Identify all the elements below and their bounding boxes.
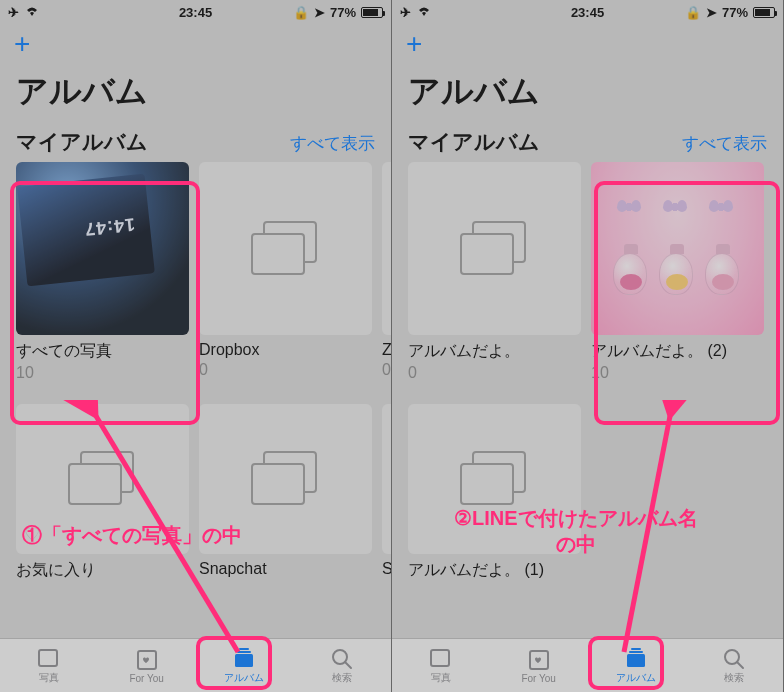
airplane-icon: ✈ [8, 5, 19, 20]
album-name: アルバムだよ。 (2) [591, 335, 764, 362]
tab-label: 写真 [431, 671, 451, 685]
battery-pct: 77% [722, 5, 748, 20]
wifi-icon [24, 5, 40, 20]
tab-label: アルバム [616, 671, 656, 685]
svg-line-16 [737, 662, 743, 668]
album-name: アルバムだよ。 (1) [408, 554, 581, 581]
status-bar: ✈ 23:45 🔒 ➤ 77% [392, 0, 783, 24]
album-name: すべての写真 [16, 335, 189, 362]
stack-icon [251, 221, 321, 277]
tab-for-you[interactable]: For You [490, 639, 588, 692]
tab-search[interactable]: 検索 [293, 639, 391, 692]
phone-right: ✈ 23:45 🔒 ➤ 77% + アルバム マイアルバム すべて表示 アルバム… [392, 0, 784, 692]
section-header: マイアルバム すべて表示 [0, 128, 391, 162]
album-cutoff[interactable]: Z 0 [382, 162, 392, 382]
tabbar: 写真 For You アルバム 検索 [0, 638, 391, 692]
album-thumb [16, 162, 189, 335]
tab-search[interactable]: 検索 [685, 639, 783, 692]
annotation-text-2: ②LINEで付けたアルバム名 の中 [454, 505, 698, 557]
album-dropbox[interactable]: Dropbox 0 [199, 162, 372, 382]
svg-rect-13 [629, 651, 643, 653]
photos-icon [36, 646, 62, 670]
stack-icon [251, 451, 321, 507]
album-thumb [591, 162, 764, 335]
tab-photos[interactable]: 写真 [392, 639, 490, 692]
for-you-icon [526, 648, 552, 672]
for-you-icon [134, 648, 160, 672]
search-icon [329, 646, 355, 670]
albums-icon [623, 646, 649, 670]
stack-icon [460, 221, 530, 277]
album-snapchat[interactable]: Snapchat [199, 404, 372, 581]
albums-row-1: すべての写真 10 Dropbox 0 Z 0 [0, 162, 391, 382]
album-name: アルバムだよ。 [408, 335, 581, 362]
svg-rect-4 [235, 654, 253, 667]
album-thumb [382, 404, 392, 554]
section-title: マイアルバム [408, 128, 540, 156]
album-count: 0 [382, 359, 392, 379]
status-time: 23:45 [571, 5, 604, 20]
airplane-icon: ✈ [400, 5, 411, 20]
tab-label: 検索 [332, 671, 352, 685]
page-title: アルバム [392, 62, 783, 128]
search-icon [721, 646, 747, 670]
battery-icon [361, 7, 383, 18]
battery-icon [753, 7, 775, 18]
location-icon: ➤ [314, 5, 325, 20]
album-favorites[interactable]: ♡ お気に入り [16, 404, 189, 581]
status-time: 23:45 [179, 5, 212, 20]
stack-icon [68, 451, 138, 507]
album-cutoff[interactable]: S [382, 404, 392, 581]
album-all-photos[interactable]: すべての写真 10 [16, 162, 189, 382]
svg-rect-10 [431, 650, 449, 666]
section-header: マイアルバム すべて表示 [392, 128, 783, 162]
albums-row-2: ♡ お気に入り Snapchat S [0, 404, 391, 581]
tab-label: For You [521, 673, 555, 684]
svg-rect-14 [631, 648, 641, 650]
battery-pct: 77% [330, 5, 356, 20]
album-name: S [382, 554, 392, 578]
add-button[interactable]: + [14, 28, 30, 59]
album-thumb [199, 162, 372, 335]
tab-for-you[interactable]: For You [98, 639, 196, 692]
status-bar: ✈ 23:45 🔒 ➤ 77% [0, 0, 391, 24]
stack-icon [460, 451, 530, 507]
section-title: マイアルバム [16, 128, 148, 156]
tab-label: アルバム [224, 671, 264, 685]
tab-label: For You [129, 673, 163, 684]
location-icon: ➤ [706, 5, 717, 20]
photos-icon [428, 646, 454, 670]
tab-albums[interactable]: アルバム [588, 639, 686, 692]
phone-left: ✈ 23:45 🔒 ➤ 77% + アルバム マイアルバム すべて表示 すべての… [0, 0, 392, 692]
album-count: 10 [16, 362, 189, 382]
svg-rect-12 [627, 654, 645, 667]
albums-row-1: アルバムだよ。 0 アルバムだよ。 (2) 10 [392, 162, 783, 382]
wifi-icon [416, 5, 432, 20]
page-title: アルバム [0, 62, 391, 128]
show-all-link[interactable]: すべて表示 [682, 132, 767, 155]
lock-rotation-icon: 🔒 [685, 5, 701, 20]
svg-line-8 [345, 662, 351, 668]
album-name: Snapchat [199, 554, 372, 578]
album-thumb [408, 162, 581, 335]
add-button[interactable]: + [406, 28, 422, 59]
album-count: 0 [199, 359, 372, 379]
album-count: 0 [408, 362, 581, 382]
album-name: Z [382, 335, 392, 359]
album-thumb [382, 162, 392, 335]
tab-label: 検索 [724, 671, 744, 685]
tab-label: 写真 [39, 671, 59, 685]
album-name: お気に入り [16, 554, 189, 581]
albums-icon [231, 646, 257, 670]
svg-rect-5 [237, 651, 251, 653]
album-count: 10 [591, 362, 764, 382]
svg-rect-6 [239, 648, 249, 650]
album-line-2[interactable]: アルバムだよ。 (2) 10 [591, 162, 764, 382]
tab-photos[interactable]: 写真 [0, 639, 98, 692]
lock-rotation-icon: 🔒 [293, 5, 309, 20]
album-line-1[interactable]: アルバムだよ。 0 [408, 162, 581, 382]
tabbar: 写真 For You アルバム 検索 [392, 638, 783, 692]
show-all-link[interactable]: すべて表示 [290, 132, 375, 155]
tab-albums[interactable]: アルバム [196, 639, 294, 692]
annotation-text-1: ①「すべての写真」の中 [22, 522, 242, 548]
